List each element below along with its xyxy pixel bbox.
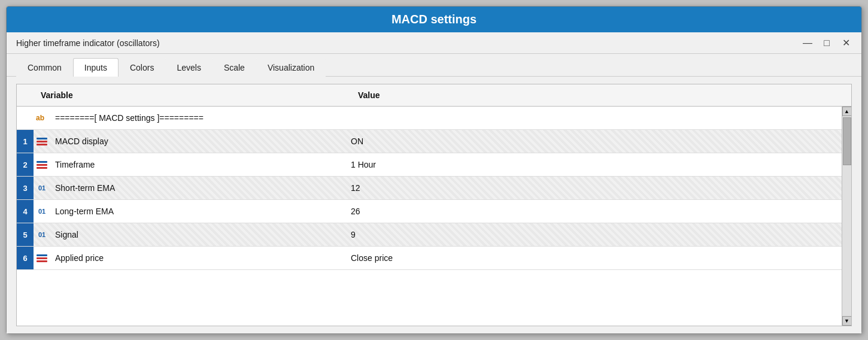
minimize-button[interactable]: — [802,38,814,48]
table-row: 5 01 Signal 9 [17,223,842,247]
row-variable: ========[ MACD settings ]========= [50,108,344,128]
scrollbar-thumb[interactable] [843,117,851,165]
row-icon-01: 01 [34,231,50,238]
close-button[interactable]: ✕ [840,37,852,48]
row-value: 26 [344,202,842,221]
window-controls: — □ ✕ [802,37,852,48]
table-row: ab ========[ MACD settings ]========= [17,107,842,130]
tab-scale[interactable]: Scale [213,58,256,77]
row-value: 1 Hour [344,155,842,174]
row-number: 6 [17,247,34,269]
subtitle-bar: Higher timeframe indicator (oscillators)… [7,32,861,54]
tab-colors[interactable]: Colors [119,58,165,77]
main-window: MACD settings Higher timeframe indicator… [6,6,862,334]
row-number: 3 [17,177,34,199]
maximize-button[interactable]: □ [821,38,833,48]
table-rows: ab ========[ MACD settings ]========= 1 [17,107,842,326]
row-variable: Applied price [50,248,344,268]
row-value: 9 [344,225,842,244]
scrollbar-down-button[interactable]: ▼ [842,316,852,326]
subtitle-text: Higher timeframe indicator (oscillators) [16,38,160,48]
scrollbar-up-button[interactable]: ▲ [842,107,852,116]
row-icon-lines [34,138,50,145]
row-icon-lines [34,254,50,262]
row-icon-01: 01 [34,208,50,215]
row-number: 2 [17,153,34,176]
row-icon-lines [34,161,50,169]
row-number: 1 [17,130,34,153]
title-bar: MACD settings [7,7,861,32]
row-value: Close price [344,248,842,268]
table-row: 6 Applied price Close price [17,247,842,270]
row-icon-ab: ab [34,114,50,122]
table-row: 2 Timeframe 1 Hour [17,153,842,177]
tab-levels[interactable]: Levels [165,58,212,77]
row-variable: Long-term EMA [50,202,344,221]
table-body: ab ========[ MACD settings ]========= 1 [17,107,851,326]
row-icon-01: 01 [34,184,50,192]
column-value-header: Value [351,88,842,102]
row-variable: Short-term EMA [50,178,344,198]
column-variable-header: Variable [34,88,351,102]
table-row: 1 MACD display ON [17,130,842,153]
row-value: ON [344,132,842,151]
row-variable: MACD display [50,132,344,151]
row-number: 5 [17,223,34,246]
tab-bar: Common Inputs Colors Levels Scale Visual… [7,54,861,77]
window-title: MACD settings [391,13,477,26]
row-num-placeholder [17,107,34,129]
row-number: 4 [17,200,34,223]
tab-inputs[interactable]: Inputs [73,58,119,77]
tab-common[interactable]: Common [16,58,73,77]
table-header: Variable Value [17,84,851,107]
table-row: 4 01 Long-term EMA 26 [17,200,842,223]
row-variable: Timeframe [50,155,344,174]
row-value: 12 [344,178,842,198]
content-area: Variable Value ab ========[ MACD setting… [7,77,861,333]
tab-visualization[interactable]: Visualization [256,58,326,77]
row-variable: Signal [50,225,344,244]
table-row: 3 01 Short-term EMA 12 [17,177,842,200]
row-value [344,113,842,123]
scrollbar[interactable]: ▲ ▼ [842,107,851,326]
inputs-table: Variable Value ab ========[ MACD setting… [16,84,852,326]
